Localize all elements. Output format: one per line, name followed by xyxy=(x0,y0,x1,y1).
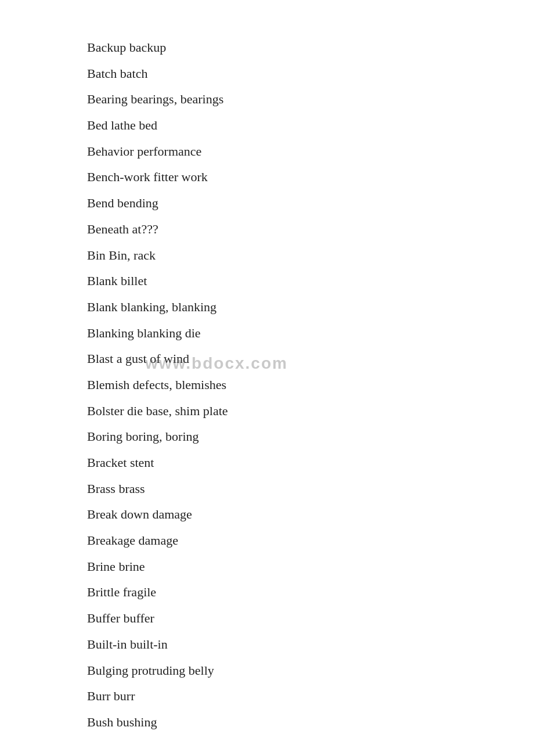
list-item: Behavior performance xyxy=(87,139,534,165)
list-item: Break down damage xyxy=(87,502,534,528)
list-item: Blast a gust of wind xyxy=(87,346,534,372)
list-item: Backup backup xyxy=(87,35,534,61)
list-item: Burr burr xyxy=(87,683,534,710)
list-item: Bench-work fitter work xyxy=(87,164,534,190)
list-item: Breakage damage xyxy=(87,528,534,554)
list-item: Blanking blanking die xyxy=(87,321,534,347)
list-item: Buffer buffer xyxy=(87,606,534,632)
list-item: Bearing bearings, bearings xyxy=(87,87,534,113)
list-item: Bin Bin, rack xyxy=(87,243,534,269)
list-item: Brittle fragile xyxy=(87,579,534,606)
list-item: Built-in built-in xyxy=(87,632,534,658)
content-area: www.bdocx.com Backup backupBatch batchBe… xyxy=(0,0,534,756)
list-item: Brass brass xyxy=(87,476,534,502)
glossary-list: Backup backupBatch batchBearing bearings… xyxy=(87,35,534,736)
list-item: Blank billet xyxy=(87,268,534,294)
list-item: Bush bushing xyxy=(87,710,534,736)
list-item: Bend bending xyxy=(87,190,534,217)
list-item: Bolster die base, shim plate xyxy=(87,398,534,424)
list-item: Boring boring, boring xyxy=(87,424,534,450)
list-item: Bracket stent xyxy=(87,450,534,476)
list-item: Batch batch xyxy=(87,61,534,87)
list-item: Blemish defects, blemishes xyxy=(87,372,534,398)
list-item: Bed lathe bed xyxy=(87,113,534,139)
list-item: Beneath at??? xyxy=(87,217,534,243)
list-item: Brine brine xyxy=(87,554,534,580)
list-item: Bulging protruding belly xyxy=(87,658,534,684)
list-item: Blank blanking, blanking xyxy=(87,294,534,321)
